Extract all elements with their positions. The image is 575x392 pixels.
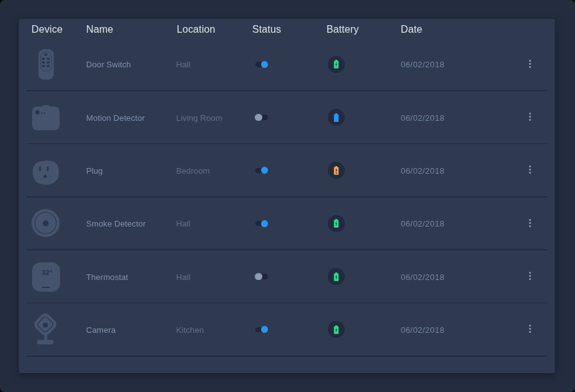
svg-text:32°: 32°: [42, 268, 53, 276]
